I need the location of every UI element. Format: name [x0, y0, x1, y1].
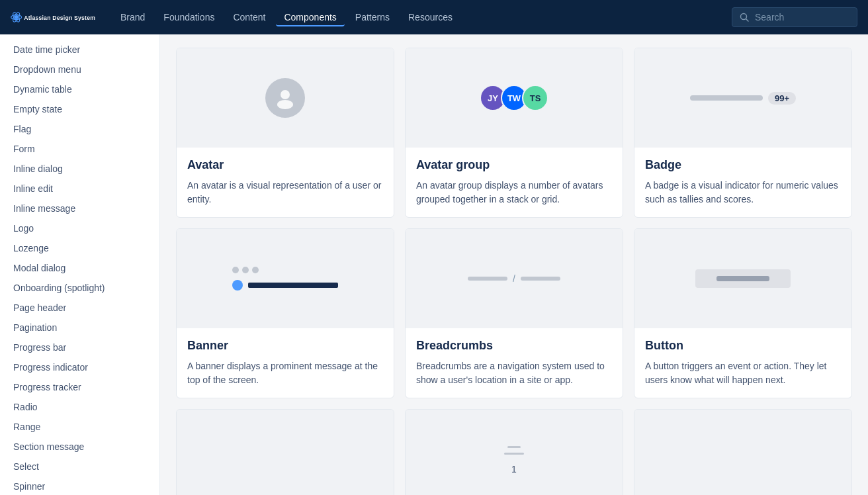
- card-breadcrumbs-title: Breadcrumbs: [416, 339, 612, 353]
- card-badge-body: Badge A badge is a visual indicator for …: [634, 148, 851, 217]
- card-button: Button A button triggers an event or act…: [634, 228, 852, 398]
- button-illustration: [695, 269, 791, 288]
- avatar-group-illustration: JY TW TS: [480, 85, 548, 111]
- banner-icon-circle: [232, 280, 243, 291]
- bc-bar-2: [521, 277, 560, 281]
- card-avatar-group-body: Avatar group An avatar group displays a …: [406, 148, 623, 217]
- badge-value: 99+: [768, 92, 796, 105]
- svg-rect-10: [504, 453, 524, 455]
- sidebar-item-dropdown-menu[interactable]: Dropdown menu: [0, 60, 159, 79]
- cards-grid: Avatar An avatar is a visual representat…: [176, 48, 852, 495]
- badge-bar: [690, 95, 763, 101]
- logo: Atlassian Design System: [11, 10, 97, 24]
- sidebar: Date time picker Dropdown menu Dynamic t…: [0, 34, 160, 495]
- card-badge-desc: A badge is a visual indicator for numeri…: [645, 179, 841, 206]
- card-partial-3: [634, 409, 852, 495]
- avatar-chip-ts: TS: [522, 85, 548, 111]
- sidebar-item-page-header[interactable]: Page header: [0, 298, 159, 318]
- card-avatar-preview: [177, 48, 394, 148]
- card-partial-1-preview: [177, 410, 394, 495]
- badge-illustration: 99+: [690, 92, 796, 105]
- card-banner-preview: [177, 229, 394, 328]
- sidebar-item-inline-message[interactable]: Inline message: [0, 199, 159, 218]
- sidebar-item-radio[interactable]: Radio: [0, 397, 159, 417]
- banner-dot-2: [242, 267, 249, 273]
- svg-rect-9: [507, 446, 521, 448]
- card-button-desc: A button triggers an event or action. Th…: [645, 359, 841, 387]
- card-avatar-desc: An avatar is a visual representation of …: [187, 179, 383, 206]
- sidebar-item-progress-tracker[interactable]: Progress tracker: [0, 377, 159, 397]
- bc-bar-1: [468, 277, 507, 281]
- card-badge-preview: 99+: [634, 48, 851, 148]
- nav-brand[interactable]: Brand: [112, 8, 153, 26]
- card-banner-desc: A banner displays a prominent message at…: [187, 359, 383, 387]
- sidebar-item-inline-dialog[interactable]: Inline dialog: [0, 159, 159, 179]
- breadcrumbs-illustration: /: [468, 273, 560, 284]
- sidebar-item-dynamic-table[interactable]: Dynamic table: [0, 79, 159, 99]
- search-box[interactable]: [732, 7, 857, 27]
- card-breadcrumbs-preview: /: [406, 229, 623, 328]
- card-avatar: Avatar An avatar is a visual representat…: [176, 48, 394, 218]
- card-avatar-title: Avatar: [187, 158, 383, 172]
- sidebar-item-onboarding[interactable]: Onboarding (spotlight): [0, 278, 159, 298]
- search-icon: [739, 12, 750, 22]
- banner-dots: [232, 267, 338, 273]
- svg-point-0: [15, 15, 19, 19]
- sidebar-item-section-message[interactable]: Section message: [0, 437, 159, 457]
- banner-illustration: [232, 267, 338, 291]
- sidebar-item-date-time-picker[interactable]: Date time picker: [0, 40, 159, 60]
- sidebar-item-range[interactable]: Range: [0, 417, 159, 437]
- user-icon: [273, 86, 297, 110]
- card-partial-1: [176, 409, 394, 495]
- sidebar-item-lozenge[interactable]: Lozenge: [0, 238, 159, 258]
- card-avatar-group: JY TW TS Avatar group An avatar group di…: [405, 48, 623, 218]
- search-input[interactable]: [755, 12, 850, 22]
- bc-separator: /: [513, 273, 515, 284]
- card-breadcrumbs-body: Breadcrumbs Breadcrumbs are a navigation…: [406, 328, 623, 398]
- card-partial-2: 1: [405, 409, 623, 495]
- sidebar-item-progress-indicator[interactable]: Progress indicator: [0, 357, 159, 377]
- nav-components[interactable]: Components: [276, 8, 344, 26]
- banner-dot-3: [252, 267, 259, 273]
- card-breadcrumbs: / Breadcrumbs Breadcrumbs are a navigati…: [405, 228, 623, 398]
- nav-content[interactable]: Content: [225, 8, 273, 26]
- sidebar-item-pagination[interactable]: Pagination: [0, 318, 159, 338]
- nav-patterns[interactable]: Patterns: [347, 8, 398, 26]
- button-preview-bar: [716, 276, 769, 281]
- card-avatar-group-title: Avatar group: [416, 158, 612, 172]
- main-content: Avatar An avatar is a visual representat…: [160, 34, 868, 495]
- card-banner: Banner A banner displays a prominent mes…: [176, 228, 394, 398]
- sidebar-item-flag[interactable]: Flag: [0, 119, 159, 139]
- card-button-body: Button A button triggers an event or act…: [634, 328, 851, 398]
- card-avatar-group-preview: JY TW TS: [406, 48, 623, 148]
- search-container: [732, 7, 857, 27]
- card-partial-2-preview: 1: [406, 410, 623, 495]
- card-button-preview: [634, 229, 851, 328]
- sidebar-item-progress-bar[interactable]: Progress bar: [0, 338, 159, 357]
- banner-bar-wrap: [232, 280, 338, 291]
- sidebar-item-inline-edit[interactable]: Inline edit: [0, 179, 159, 199]
- card-badge-title: Badge: [645, 158, 841, 172]
- card-breadcrumbs-desc: Breadcrumbs are a navigation system used…: [416, 359, 612, 387]
- card-banner-title: Banner: [187, 339, 383, 353]
- nav-links: Brand Foundations Content Components Pat…: [112, 8, 460, 26]
- sidebar-item-empty-state[interactable]: Empty state: [0, 99, 159, 119]
- topnav: Atlassian Design System Brand Foundation…: [0, 0, 868, 34]
- nav-resources[interactable]: Resources: [400, 8, 460, 26]
- sidebar-item-logo[interactable]: Logo: [0, 218, 159, 238]
- card-badge: 99+ Badge A badge is a visual indicator …: [634, 48, 852, 218]
- card-banner-body: Banner A banner displays a prominent mes…: [177, 328, 394, 398]
- sidebar-item-modal-dialog[interactable]: Modal dialog: [0, 258, 159, 278]
- sidebar-item-spinner[interactable]: Spinner: [0, 476, 159, 495]
- card-avatar-body: Avatar An avatar is a visual representat…: [177, 148, 394, 217]
- avatar-illustration: [265, 78, 305, 118]
- svg-point-8: [277, 100, 293, 109]
- svg-point-7: [281, 90, 290, 99]
- sidebar-item-form[interactable]: Form: [0, 139, 159, 159]
- nav-foundations[interactable]: Foundations: [155, 8, 222, 26]
- svg-text:Atlassian Design System: Atlassian Design System: [24, 15, 95, 21]
- sidebar-item-select[interactable]: Select: [0, 457, 159, 476]
- partial-2-illustration: 1: [494, 439, 534, 479]
- card-avatar-group-desc: An avatar group displays a number of ava…: [416, 179, 612, 206]
- svg-text:1: 1: [511, 464, 517, 474]
